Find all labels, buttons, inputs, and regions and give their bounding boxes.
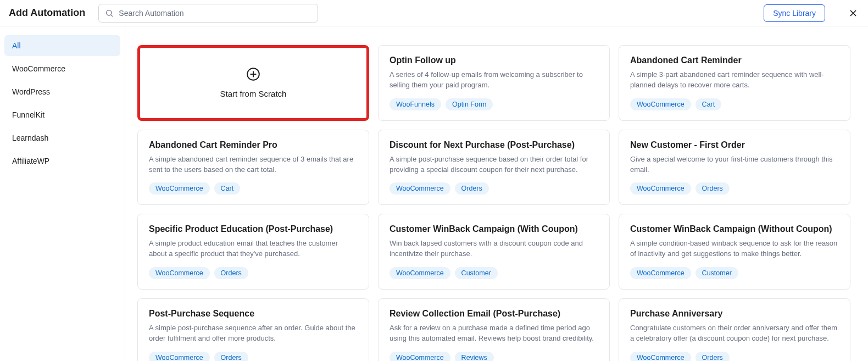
tag[interactable]: WooCommerce [630, 182, 691, 195]
sidebar-item-funnelkit[interactable]: FunnelKit [4, 104, 120, 125]
tag[interactable]: WooCommerce [390, 267, 450, 279]
tag[interactable]: WooCommerce [390, 182, 450, 195]
automation-title: New Customer - First Order [630, 140, 839, 150]
tag[interactable]: Optin Form [446, 98, 493, 110]
automation-description: A simple post-purchase sequence based on… [390, 154, 598, 175]
automation-card[interactable]: Discount for Next Purchase (Post-Purchas… [378, 130, 610, 206]
sidebar-item-all[interactable]: All [4, 35, 120, 56]
tag-list: WooCommerceOrders [149, 352, 358, 361]
search-icon [105, 9, 114, 18]
close-button[interactable] [847, 7, 859, 19]
tag-list: WooCommerceCustomer [630, 267, 839, 279]
automation-description: Ask for a review on a purchase made a de… [390, 323, 598, 344]
tag-list: WooCommerceReviews [390, 352, 598, 361]
automation-description: A simple post-purchase sequence after an… [149, 323, 358, 344]
automation-title: Discount for Next Purchase (Post-Purchas… [390, 140, 598, 150]
automation-card[interactable]: Review Collection Email (Post-Purchase)A… [378, 298, 610, 361]
svg-line-1 [111, 15, 113, 16]
automation-description: A simple product education email that te… [149, 238, 358, 259]
tag-list: WooCommerceOrders [149, 267, 358, 279]
sync-library-button[interactable]: Sync Library [764, 4, 825, 22]
tag[interactable]: WooCommerce [390, 352, 450, 361]
content-area: Start from Scratch Optin Follow upA seri… [125, 26, 868, 361]
automation-title: Post-Purchase Sequence [149, 309, 358, 319]
sidebar-item-wordpress[interactable]: WordPress [4, 81, 120, 102]
tag[interactable]: WooCommerce [630, 352, 691, 361]
tag-list: WooCommerceOrders [630, 352, 839, 361]
tag[interactable]: WooCommerce [149, 267, 210, 279]
tag[interactable]: WooCommerce [630, 267, 691, 279]
tag-list: WooCommerceOrders [630, 182, 839, 195]
automation-card[interactable]: Abandoned Cart ReminderA simple 3-part a… [619, 45, 850, 121]
search-wrap [98, 4, 318, 23]
automation-card[interactable]: Customer WinBack Campaign (With Coupon)W… [378, 214, 610, 290]
automation-card[interactable]: Purchase AnniversaryCongratulate custome… [619, 298, 850, 361]
tag[interactable]: Orders [695, 182, 730, 195]
tag[interactable]: Orders [455, 182, 489, 195]
automation-grid: Start from Scratch Optin Follow upA seri… [137, 45, 850, 361]
automation-title: Review Collection Email (Post-Purchase) [390, 309, 598, 319]
sidebar-item-learndash[interactable]: Learndash [4, 127, 120, 148]
tag[interactable]: Cart [214, 182, 241, 195]
svg-point-0 [107, 10, 112, 15]
sidebar-item-woocommerce[interactable]: WooCommerce [4, 58, 120, 79]
tag[interactable]: WooCommerce [149, 182, 210, 195]
start-from-scratch-label: Start from Scratch [220, 89, 287, 98]
automation-card[interactable]: New Customer - First OrderGive a special… [619, 130, 850, 206]
automation-description: A simple condition-based winback sequenc… [630, 238, 839, 259]
header: Add Automation Sync Library [0, 0, 868, 26]
tag[interactable]: Reviews [455, 352, 494, 361]
tag-list: WooCommerceCustomer [390, 267, 598, 279]
automation-description: Win back lapsed customers with a discoun… [390, 238, 598, 259]
tag[interactable]: Orders [214, 267, 248, 279]
automation-description: Give a special welcome to your first-tim… [630, 154, 839, 175]
body: AllWooCommerceWordPressFunnelKitLearndas… [0, 26, 868, 361]
plus-circle-icon [246, 67, 260, 81]
close-icon [848, 8, 859, 19]
tag[interactable]: WooFunnels [390, 98, 441, 110]
automation-description: A simple 3-part abandoned cart reminder … [630, 70, 839, 91]
automation-description: Congratulate customers on their order an… [630, 323, 839, 344]
automation-description: A simple abandoned cart reminder sequenc… [149, 154, 358, 175]
tag-list: WooFunnelsOptin Form [390, 98, 598, 110]
automation-card[interactable]: Customer WinBack Campaign (Without Coupo… [619, 214, 850, 290]
tag[interactable]: Customer [695, 267, 738, 279]
automation-title: Customer WinBack Campaign (Without Coupo… [630, 224, 839, 234]
tag[interactable]: Orders [695, 352, 730, 361]
automation-description: A series of 4 follow-up emails from welc… [390, 70, 598, 91]
tag[interactable]: Orders [214, 352, 248, 361]
automation-title: Customer WinBack Campaign (With Coupon) [390, 224, 598, 234]
page-title: Add Automation [9, 7, 85, 19]
start-from-scratch-card[interactable]: Start from Scratch [137, 45, 369, 121]
automation-card[interactable]: Specific Product Education (Post-Purchas… [137, 214, 369, 290]
automation-title: Abandoned Cart Reminder [630, 55, 839, 65]
automation-title: Specific Product Education (Post-Purchas… [149, 224, 358, 234]
tag[interactable]: Customer [455, 267, 498, 279]
automation-title: Optin Follow up [390, 55, 598, 65]
tag[interactable]: WooCommerce [149, 352, 210, 361]
automation-card[interactable]: Abandoned Cart Reminder ProA simple aban… [137, 130, 369, 206]
tag-list: WooCommerceCart [630, 98, 839, 110]
automation-title: Abandoned Cart Reminder Pro [149, 140, 358, 150]
automation-title: Purchase Anniversary [630, 309, 839, 319]
search-input[interactable] [98, 4, 318, 23]
automation-card[interactable]: Optin Follow upA series of 4 follow-up e… [378, 45, 610, 121]
tag[interactable]: Cart [695, 98, 722, 110]
sidebar-item-affiliatewp[interactable]: AffiliateWP [4, 151, 120, 171]
tag[interactable]: WooCommerce [630, 98, 691, 110]
automation-card[interactable]: Post-Purchase SequenceA simple post-purc… [137, 298, 369, 361]
tag-list: WooCommerceOrders [390, 182, 598, 195]
sidebar: AllWooCommerceWordPressFunnelKitLearndas… [0, 26, 125, 361]
tag-list: WooCommerceCart [149, 182, 358, 195]
